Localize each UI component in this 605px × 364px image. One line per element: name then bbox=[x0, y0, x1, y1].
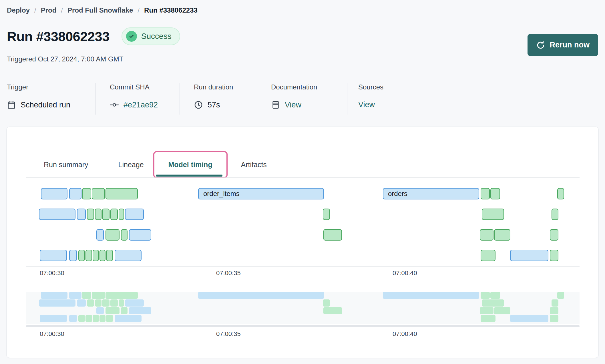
minimap-bar bbox=[115, 315, 142, 322]
timing-bar[interactable] bbox=[99, 250, 106, 261]
axis-tick-label: 07:00:40 bbox=[393, 330, 417, 338]
timing-bar[interactable] bbox=[510, 250, 548, 261]
axis-tick-label: 07:00:30 bbox=[40, 330, 64, 338]
timing-bar[interactable]: orders bbox=[383, 188, 479, 199]
timing-bar-label: order_items bbox=[199, 190, 240, 198]
minimap-bar bbox=[39, 299, 75, 307]
minimap-bar bbox=[198, 292, 324, 299]
minimap-bar bbox=[77, 299, 86, 307]
tab-artifacts[interactable]: Artifacts bbox=[241, 161, 267, 169]
minimap-bar bbox=[494, 307, 510, 314]
meta-documentation-label: Documentation bbox=[271, 83, 334, 91]
axis-tick-label: 07:00:35 bbox=[216, 269, 241, 277]
timing-bar[interactable] bbox=[481, 188, 490, 199]
tab-lineage[interactable]: Lineage bbox=[118, 161, 144, 169]
minimap-bar bbox=[480, 307, 493, 314]
axis-tick-label: 07:00:35 bbox=[216, 330, 241, 338]
timing-bar[interactable] bbox=[323, 229, 342, 241]
timing-bar[interactable] bbox=[95, 209, 102, 220]
commit-icon bbox=[110, 100, 119, 109]
minimap-bar bbox=[92, 292, 105, 299]
breadcrumb-prod[interactable]: Prod bbox=[41, 6, 57, 14]
minimap-bar bbox=[78, 315, 85, 322]
timing-bar[interactable] bbox=[121, 229, 128, 241]
tab-bar: Run summary Lineage Model timing Artifac… bbox=[32, 151, 267, 178]
timing-bar[interactable] bbox=[78, 250, 85, 261]
timing-bar[interactable] bbox=[106, 229, 120, 241]
minimap-bar bbox=[69, 315, 77, 322]
meta-sources: Sources View bbox=[347, 83, 405, 115]
minimap-brush-track[interactable] bbox=[26, 325, 580, 327]
timing-bar[interactable] bbox=[41, 188, 67, 199]
timing-bar[interactable] bbox=[552, 209, 558, 220]
timing-bar[interactable] bbox=[96, 229, 104, 241]
timing-bar-label: orders bbox=[383, 190, 407, 198]
breadcrumb: Deploy / Prod / Prod Full Snowflake / Ru… bbox=[7, 6, 198, 14]
timing-minimap[interactable] bbox=[26, 292, 580, 324]
timing-bar[interactable] bbox=[119, 209, 124, 220]
timing-bar[interactable] bbox=[550, 250, 558, 261]
timing-bar[interactable] bbox=[92, 188, 105, 199]
documentation-view-link[interactable]: View bbox=[285, 101, 301, 109]
timing-bar[interactable] bbox=[77, 209, 86, 220]
minimap-bar bbox=[510, 315, 548, 322]
timing-bar[interactable] bbox=[550, 229, 558, 241]
minimap-bar bbox=[87, 299, 94, 307]
minimap-bar bbox=[323, 299, 330, 307]
minimap-bar bbox=[557, 292, 564, 299]
timing-bar[interactable] bbox=[110, 209, 118, 220]
timing-bar[interactable] bbox=[106, 188, 138, 199]
timing-bar[interactable] bbox=[480, 229, 493, 241]
timing-bar[interactable] bbox=[115, 250, 142, 261]
timing-bar[interactable] bbox=[85, 250, 92, 261]
timing-bar[interactable] bbox=[87, 209, 94, 220]
timing-bar[interactable] bbox=[40, 250, 67, 261]
timing-bar[interactable] bbox=[82, 188, 91, 199]
rerun-now-button[interactable]: Rerun now bbox=[528, 34, 598, 56]
minimap-axis-ticks: 07:00:3007:00:3507:00:40 bbox=[26, 330, 580, 339]
minimap-bar bbox=[95, 299, 102, 307]
timing-bar[interactable] bbox=[494, 229, 510, 241]
timing-bar[interactable] bbox=[93, 250, 99, 261]
gantt-axis-ticks: 07:00:3007:00:3507:00:40 bbox=[26, 269, 580, 278]
minimap-bar bbox=[40, 315, 67, 322]
minimap-bar bbox=[106, 292, 138, 299]
breadcrumb-environment[interactable]: Prod Full Snowflake bbox=[67, 6, 133, 14]
tab-bar-divider bbox=[26, 177, 580, 178]
commit-sha-link[interactable]: #e21ae92 bbox=[124, 101, 158, 109]
axis-tick-label: 07:00:30 bbox=[40, 269, 64, 277]
minimap-bar bbox=[490, 292, 500, 299]
timing-bar[interactable] bbox=[102, 209, 110, 220]
model-timing-gantt: order_itemsorders bbox=[26, 185, 580, 266]
minimap-bar bbox=[482, 299, 504, 307]
tab-model-timing-highlight[interactable]: Model timing bbox=[153, 151, 228, 178]
minimap-bar bbox=[323, 307, 342, 314]
timing-bar[interactable] bbox=[69, 188, 81, 199]
tab-model-timing[interactable]: Model timing bbox=[168, 161, 212, 169]
status-badge: Success bbox=[122, 27, 180, 45]
breadcrumb-run-current: Run #338062233 bbox=[144, 6, 198, 14]
meta-sources-label: Sources bbox=[358, 83, 391, 91]
minimap-bar bbox=[550, 315, 558, 322]
breadcrumb-separator: / bbox=[138, 6, 140, 14]
timing-bar[interactable] bbox=[129, 229, 151, 241]
timing-bar[interactable] bbox=[106, 250, 113, 261]
minimap-bar bbox=[99, 315, 106, 322]
breadcrumb-deploy[interactable]: Deploy bbox=[7, 6, 30, 14]
tab-run-summary[interactable]: Run summary bbox=[44, 161, 88, 169]
timing-bar[interactable] bbox=[557, 188, 564, 199]
timing-bar[interactable] bbox=[323, 209, 330, 220]
timing-bar[interactable] bbox=[490, 188, 500, 199]
status-badge-label: Success bbox=[141, 32, 172, 41]
meta-commit-label: Commit SHA bbox=[110, 83, 166, 91]
timing-bar[interactable] bbox=[69, 250, 77, 261]
sources-view-link[interactable]: View bbox=[358, 100, 375, 109]
timing-bar[interactable]: order_items bbox=[198, 188, 324, 199]
minimap-bar bbox=[121, 307, 128, 314]
timing-bar[interactable] bbox=[39, 209, 75, 220]
minimap-bar bbox=[41, 292, 67, 299]
timing-bar[interactable] bbox=[481, 250, 495, 261]
timing-bar[interactable] bbox=[482, 209, 504, 220]
timing-bar[interactable] bbox=[125, 209, 144, 220]
minimap-bar bbox=[102, 299, 110, 307]
